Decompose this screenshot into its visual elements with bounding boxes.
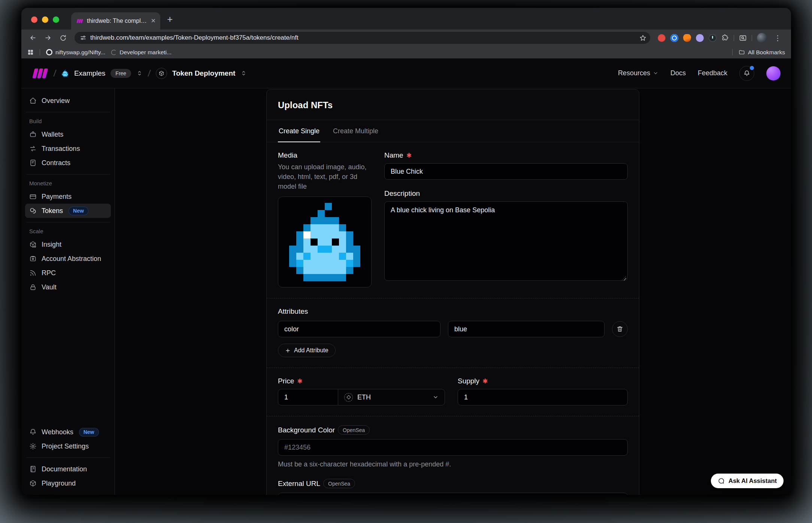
description-label: Description <box>384 189 628 198</box>
add-attribute-button[interactable]: Add Attribute <box>278 344 336 357</box>
sidebar-item-label: Vault <box>42 283 57 291</box>
browser-tab[interactable]: thirdweb: The complete web3 ✕ <box>71 12 160 30</box>
all-bookmarks-button[interactable]: All Bookmarks <box>739 49 785 56</box>
metamask-extension-icon[interactable] <box>683 34 691 42</box>
thirdweb-logo[interactable] <box>32 69 48 78</box>
sidebar-item-documentation[interactable]: Documentation <box>25 462 111 476</box>
browser-profile-avatar[interactable] <box>757 33 767 43</box>
bookmark-label: niftyswap.gg/Nifty... <box>55 49 105 56</box>
sidebar-item-wallets[interactable]: Wallets <box>25 127 111 142</box>
project-name[interactable]: Token Deployment <box>172 69 236 77</box>
notifications-button[interactable] <box>739 66 754 81</box>
ask-ai-assistant-button[interactable]: Ask AI Assistant <box>711 474 784 488</box>
sidebar-item-contracts[interactable]: Contracts <box>25 156 111 170</box>
sidebar-item-tokens[interactable]: Tokens New <box>25 204 111 218</box>
phantom-extension-icon[interactable] <box>696 34 704 42</box>
github-icon <box>46 49 52 55</box>
name-input[interactable] <box>384 163 628 180</box>
toolbar-divider <box>752 35 752 41</box>
trash-icon <box>616 326 623 332</box>
docs-link[interactable]: Docs <box>670 69 686 77</box>
sidebar-divider <box>26 112 110 112</box>
background-color-helper: Must be a six-character hexadecimal with… <box>278 459 628 469</box>
site-settings-icon[interactable] <box>80 34 87 41</box>
browser-menu-icon[interactable]: ⋮ <box>772 34 784 42</box>
external-url-input[interactable] <box>278 493 628 495</box>
sidebar-item-label: Documentation <box>42 465 87 473</box>
sidebar-item-insight[interactable]: Insight <box>25 237 111 252</box>
nft-image-blue-chick <box>282 203 367 281</box>
account-avatar[interactable] <box>766 66 781 80</box>
team-name[interactable]: Examples <box>74 69 105 77</box>
close-window-button[interactable] <box>31 16 37 23</box>
extension-icon-dark[interactable] <box>709 34 716 42</box>
sidebar-item-label: Tokens <box>42 207 63 215</box>
sidebar-item-rpc[interactable]: RPC <box>25 266 111 280</box>
tab-create-multiple[interactable]: Create Multiple <box>332 120 379 142</box>
sidebar-item-account-abstraction[interactable]: Account Abstraction <box>25 252 111 266</box>
apps-grid-icon[interactable] <box>27 49 34 55</box>
tokens-coins-icon <box>29 207 37 215</box>
breadcrumb-separator: / <box>148 68 151 79</box>
feedback-link[interactable]: Feedback <box>698 69 727 77</box>
attribute-key-input[interactable] <box>278 321 440 337</box>
arrows-swap-icon <box>29 145 37 152</box>
forward-icon[interactable] <box>42 31 54 44</box>
url-text[interactable]: thirdweb.com/team/examples/Token-Deploym… <box>90 34 634 42</box>
sidebar-item-playground[interactable]: Playground <box>25 476 111 490</box>
bookmarks-divider <box>40 49 40 55</box>
team-switcher-icon[interactable] <box>136 70 143 76</box>
background-color-input[interactable] <box>278 439 628 456</box>
price-input[interactable] <box>278 389 338 405</box>
chevron-down-icon <box>433 394 439 400</box>
book-icon <box>29 465 37 473</box>
sidebar-item-webhooks[interactable]: Webhooks New <box>25 425 111 439</box>
extension-icon-red[interactable] <box>658 34 666 42</box>
resources-menu[interactable]: Resources <box>618 69 658 77</box>
new-tab-button[interactable]: + <box>167 13 173 25</box>
delete-attribute-button[interactable] <box>612 321 628 337</box>
bell-icon <box>743 70 750 77</box>
minimize-window-button[interactable] <box>42 16 48 23</box>
cube-icon <box>29 480 37 487</box>
reload-icon[interactable] <box>57 31 69 44</box>
upload-nfts-card: Upload NFTs Create Single Create Multipl… <box>266 89 639 495</box>
bookmarks-bar: niftyswap.gg/Nifty... Developer marketi.… <box>21 46 791 58</box>
extensions-puzzle-icon[interactable] <box>721 34 729 42</box>
plan-badge: Free <box>110 69 131 78</box>
back-icon[interactable] <box>27 31 39 44</box>
external-url-label: External URL OpenSea <box>278 479 628 488</box>
project-switcher-icon[interactable] <box>240 70 247 76</box>
sidebar-item-overview[interactable]: Overview <box>25 94 111 108</box>
chevron-down-icon <box>653 70 658 76</box>
bookmark-developer-marketing[interactable]: Developer marketi... <box>111 49 172 56</box>
extension-icon-blue[interactable] <box>670 34 678 42</box>
address-bar[interactable]: thirdweb.com/team/examples/Token-Deploym… <box>75 32 650 44</box>
tab-close-icon[interactable]: ✕ <box>151 18 156 24</box>
tab-create-single[interactable]: Create Single <box>278 120 320 142</box>
description-textarea[interactable]: A blue chick living on Base Sepolia <box>384 201 628 281</box>
sidebar-divider <box>26 174 110 174</box>
sidebar-item-payments[interactable]: Payments <box>25 189 111 204</box>
bookmark-star-icon[interactable] <box>637 33 648 43</box>
media-upload-preview[interactable] <box>278 197 372 288</box>
background-color-label: Background Color OpenSea <box>278 425 628 435</box>
sidebar-item-vault[interactable]: Vault <box>25 280 111 294</box>
signal-icon <box>29 269 37 277</box>
globe-icon <box>111 50 116 55</box>
dashboard-top-nav: / Examples Free / Token Deployment Reso <box>21 58 791 88</box>
sidebar-item-project-settings[interactable]: Project Settings <box>25 439 111 453</box>
bookmark-niftyswap[interactable]: niftyswap.gg/Nifty... <box>46 49 105 56</box>
required-asterisk: ✱ <box>482 377 488 385</box>
breadcrumb-separator: / <box>53 68 57 79</box>
wallet-icon <box>29 131 37 138</box>
zoom-window-button[interactable] <box>53 16 59 23</box>
attribute-value-input[interactable] <box>448 321 605 337</box>
tab-search-icon[interactable] <box>739 34 747 42</box>
sidebar-item-label: Webhooks <box>42 428 73 436</box>
extensions-area: ⋮ <box>655 33 786 43</box>
supply-input[interactable] <box>458 389 628 405</box>
sidebar-item-transactions[interactable]: Transactions <box>25 142 111 156</box>
currency-select[interactable]: ETH <box>338 389 445 405</box>
window-controls <box>31 16 59 23</box>
